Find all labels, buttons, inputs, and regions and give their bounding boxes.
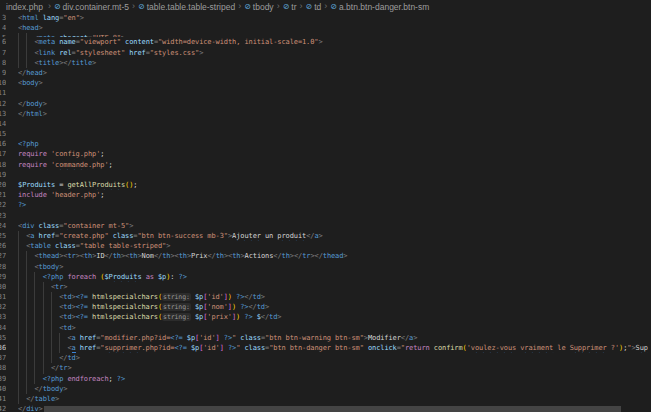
code-line[interactable]: 9</head> bbox=[0, 68, 651, 78]
line-number[interactable]: 33 bbox=[0, 312, 6, 322]
indent-guide bbox=[18, 323, 19, 333]
code-line[interactable]: 27 <thead><tr><th>ID</th><th>Nom</th><th… bbox=[0, 251, 651, 261]
breadcrumb-item[interactable]: ⊘td bbox=[306, 2, 322, 12]
line-number[interactable]: 34 bbox=[0, 323, 6, 333]
code-line[interactable]: 12</body> bbox=[0, 99, 651, 109]
line-number[interactable]: 16 bbox=[0, 139, 6, 149]
code-line[interactable]: 10<body> bbox=[0, 78, 651, 88]
breadcrumb-item[interactable]: ⊘a.btn.btn-danger.btn-sm bbox=[330, 2, 429, 12]
code-line[interactable]: 11 bbox=[0, 88, 651, 98]
code-editor[interactable]: 3<html lang="en">4<head>5 <meta charset=… bbox=[0, 13, 651, 412]
breadcrumb-item[interactable]: ⊘tr bbox=[283, 2, 297, 12]
line-number[interactable]: 27 bbox=[0, 251, 6, 261]
line-number[interactable]: 11 bbox=[0, 88, 6, 98]
line-number[interactable]: 32 bbox=[0, 302, 6, 312]
line-number[interactable]: 23 bbox=[0, 211, 6, 221]
code-token: th bbox=[179, 252, 187, 260]
line-number[interactable]: 4 bbox=[0, 23, 6, 33]
breadcrumb-file[interactable]: index.php bbox=[6, 2, 43, 12]
code-line[interactable]: 6 <meta name="viewport" content="width=d… bbox=[0, 37, 651, 47]
code-line[interactable]: 8 <title></title> bbox=[0, 58, 651, 68]
code-line[interactable]: 41 </table> bbox=[0, 394, 651, 404]
code-line[interactable]: 19 bbox=[0, 170, 651, 180]
code-token: </ bbox=[273, 252, 281, 260]
code-line[interactable]: 15 bbox=[0, 129, 651, 139]
line-number[interactable]: 25 bbox=[0, 231, 6, 241]
code-token: "btn btn-success mb-3" bbox=[137, 232, 228, 240]
code-token: > bbox=[319, 232, 323, 240]
line-number[interactable]: 12 bbox=[0, 99, 6, 109]
code-line[interactable]: 35 <a href="modifier.php?id=<?= $p['id']… bbox=[0, 333, 651, 343]
line-number[interactable]: 15 bbox=[0, 129, 6, 139]
code-line[interactable]: 22?> bbox=[0, 200, 651, 210]
code-token: table bbox=[34, 395, 55, 403]
line-number[interactable]: 26 bbox=[0, 241, 6, 251]
indent-guide bbox=[18, 353, 19, 363]
line-number[interactable]: 31 bbox=[0, 292, 6, 302]
breadcrumb-item[interactable]: ⊘table.table.table-striped bbox=[138, 2, 235, 12]
code-line[interactable]: 39 <?php endforeach; ?> bbox=[0, 374, 651, 384]
line-number[interactable]: 6 bbox=[0, 37, 6, 47]
line-number[interactable]: 13 bbox=[0, 109, 6, 119]
line-number[interactable]: 20 bbox=[0, 180, 6, 190]
line-number[interactable]: 17 bbox=[0, 149, 6, 159]
code-line[interactable]: 3<html lang="en"> bbox=[0, 13, 651, 23]
code-line[interactable]: 33 <td><?= htmlspecialchars(string: $p['… bbox=[0, 312, 651, 322]
code-token: div bbox=[26, 405, 38, 412]
line-number[interactable]: 24 bbox=[0, 221, 6, 231]
code-line[interactable]: 13</html> bbox=[0, 109, 651, 119]
breadcrumb-item[interactable]: ⊘tbody bbox=[244, 2, 274, 12]
code-line[interactable]: 14 bbox=[0, 119, 651, 129]
line-number[interactable]: 14 bbox=[0, 119, 6, 129]
line-number[interactable]: 18 bbox=[0, 160, 6, 170]
code-line[interactable]: 37 </td> bbox=[0, 353, 651, 363]
line-number[interactable]: 19 bbox=[0, 170, 6, 180]
code-line[interactable]: 31 <td><?= htmlspecialchars(string: $p['… bbox=[0, 292, 651, 302]
line-number[interactable]: 37 bbox=[0, 353, 6, 363]
line-number[interactable]: 42 bbox=[0, 404, 6, 412]
code-token: > bbox=[261, 293, 265, 301]
line-number[interactable]: 3 bbox=[0, 13, 6, 23]
line-number[interactable]: 28 bbox=[0, 262, 6, 272]
line-number[interactable]: 21 bbox=[0, 190, 6, 200]
code-token: un bbox=[261, 232, 277, 240]
line-number[interactable]: 40 bbox=[0, 384, 6, 394]
line-number[interactable]: 10 bbox=[0, 78, 6, 88]
code-line[interactable]: 18require 'commande.php'; bbox=[0, 160, 651, 170]
code-line[interactable]: 40 </tbody> bbox=[0, 384, 651, 394]
code-line[interactable]: 36 <a href="supprimer.php?id=<?= $p['id'… bbox=[0, 343, 651, 353]
code-line[interactable]: 4<head> bbox=[0, 23, 651, 33]
horizontal-scrollbar-thumb[interactable] bbox=[44, 406, 621, 412]
code-token: produit bbox=[277, 232, 306, 240]
code-line[interactable]: 16<?php bbox=[0, 139, 651, 149]
code-line[interactable]: 17require 'config.php'; bbox=[0, 149, 651, 159]
line-number[interactable]: 22 bbox=[0, 200, 6, 210]
code-line[interactable]: 30 <tr> bbox=[0, 282, 651, 292]
line-number[interactable]: 7 bbox=[0, 48, 6, 58]
code-line[interactable]: 23 bbox=[0, 211, 651, 221]
code-line[interactable]: 20$Produits = getAllProduits(); bbox=[0, 180, 651, 190]
line-number[interactable]: 30 bbox=[0, 282, 6, 292]
line-number[interactable]: 9 bbox=[0, 68, 6, 78]
line-number[interactable]: 41 bbox=[0, 394, 6, 404]
code-text bbox=[18, 170, 651, 180]
code-line[interactable]: 38 </tr> bbox=[0, 363, 651, 373]
line-number[interactable]: 38 bbox=[0, 363, 6, 373]
code-line[interactable]: 21include 'header.php'; bbox=[0, 190, 651, 200]
line-number[interactable]: 35 bbox=[0, 333, 6, 343]
indent-guide bbox=[34, 343, 35, 353]
code-line[interactable]: 29 <?php foreach ($Produits as $p): ?> bbox=[0, 272, 651, 282]
code-line[interactable]: 26 <table class="table table-striped"> bbox=[0, 241, 651, 251]
line-number[interactable]: 39 bbox=[0, 374, 6, 384]
breadcrumb-item[interactable]: ⊘div.container.mt-5 bbox=[54, 2, 129, 12]
code-line[interactable]: 24<div class="container mt-5"> bbox=[0, 221, 651, 231]
code-line[interactable]: 28 <tbody> bbox=[0, 262, 651, 272]
line-number[interactable]: 29 bbox=[0, 272, 6, 282]
code-line[interactable]: 25 <a href="create.php" class="btn btn-s… bbox=[0, 231, 651, 241]
line-number[interactable]: 8 bbox=[0, 58, 6, 68]
code-line[interactable]: 32 <td><?= htmlspecialchars(string: $p['… bbox=[0, 302, 651, 312]
code-line[interactable]: 7 <link rel="stylesheet" href="styles.cs… bbox=[0, 48, 651, 58]
line-number[interactable]: 36 bbox=[0, 343, 6, 353]
indent-guide bbox=[26, 262, 27, 272]
code-line[interactable]: 34 <td> bbox=[0, 323, 651, 333]
